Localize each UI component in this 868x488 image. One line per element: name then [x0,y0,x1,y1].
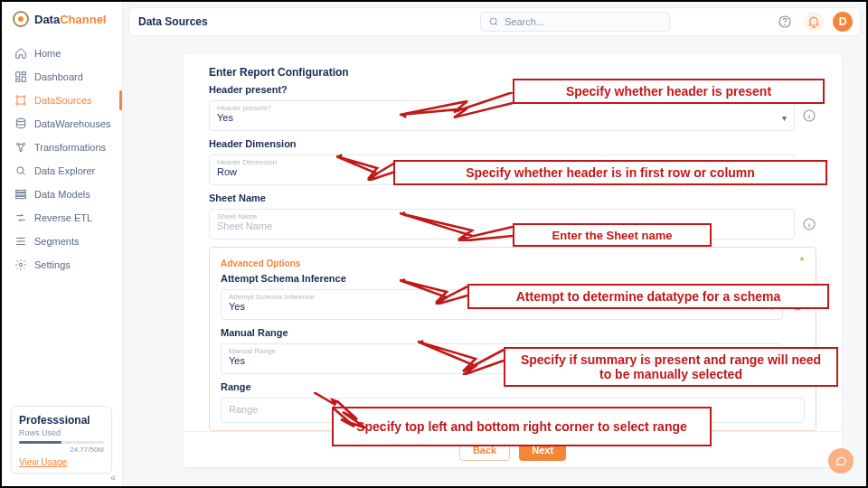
svg-rect-2 [22,77,25,81]
plan-name: Professsional [19,414,104,427]
avatar[interactable]: D [833,12,853,32]
info-icon[interactable] [802,108,816,123]
svg-rect-13 [16,190,26,192]
field-header-dimension: Header Dimension Header Dimension Row ▾ [209,138,816,185]
sidebar-item-transformations[interactable]: Transformations [2,136,122,159]
svg-point-16 [19,263,23,267]
svg-point-9 [16,143,18,145]
field-label: Manual Range [221,327,805,338]
field-schema-inference: Attempt Schema Inference Attempt Schema … [221,273,805,320]
brand: DataChannel [2,2,122,42]
field-label: Header Dimension [209,138,816,149]
svg-rect-14 [16,193,26,195]
manual-range-select[interactable]: Manual Range Yes ▾ [221,343,783,374]
sidebar-item-label: Transformations [34,142,106,153]
range-input[interactable]: Range [221,398,805,423]
field-manual-range: Manual Range Manual Range Yes ▾ [221,327,805,374]
field-label: Sheet Name [209,192,816,203]
field-sheet-name: Sheet Name Sheet Name Sheet Name [209,192,816,239]
dashboard-icon [14,70,27,83]
sidebar-item-label: Segments [34,236,80,247]
svg-point-19 [785,24,786,25]
sidebar-item-dataexplorer[interactable]: Data Explorer [2,159,122,183]
back-button[interactable]: Back [459,439,510,461]
sidebar-item-reverseetl[interactable]: Reverse ETL [2,206,122,230]
svg-point-8 [16,118,24,122]
sidebar-item-label: Data Models [34,189,90,200]
sheet-name-input[interactable]: Sheet Name Sheet Name [209,209,795,239]
sidebar-item-dashboard[interactable]: Dashboard [2,65,122,89]
advanced-title[interactable]: Advanced Options ˄ [221,257,805,269]
next-button[interactable]: Next [519,439,566,461]
svg-rect-0 [16,72,20,77]
schema-inference-select[interactable]: Attempt Schema Inference Yes ▾ [221,289,783,320]
sidebar-item-segments[interactable]: Segments [2,230,122,253]
svg-point-10 [23,143,24,145]
svg-point-17 [490,18,496,24]
collapse-icon[interactable]: « [110,472,116,483]
sidebar-item-label: Reverse ETL [34,212,92,223]
svg-point-12 [17,167,24,174]
svg-point-11 [20,149,22,151]
config-panel: Enter Report Configuration Header presen… [183,52,843,468]
svg-point-4 [16,96,18,98]
reverseetl-icon [14,211,27,224]
plan-count: 24.77/50M [19,446,104,454]
sidebar-item-label: Dashboard [34,71,83,82]
wizard-footer: Back Next [184,431,842,467]
search-placeholder: Search... [505,16,544,27]
brand-text: DataChannel [34,13,106,26]
search-input[interactable]: Search... [480,12,670,32]
sidebar: DataChannel Home Dashboard DataSources D… [2,2,123,486]
segments-icon [14,235,27,248]
sidebar-item-label: Home [34,48,61,59]
plan-sub: Rows Used [19,428,104,437]
topbar: Data Sources Search... D [128,7,861,36]
field-label: Header present? [209,84,816,95]
header-present-select[interactable]: Header present? Yes ▾ [209,100,795,131]
chevron-down-icon: ▾ [782,113,787,123]
view-usage-link[interactable]: View Usage [19,457,104,467]
info-icon[interactable] [790,297,805,312]
info-icon[interactable] [802,217,816,231]
sidebar-item-label: Data Explorer [34,165,95,176]
info-icon[interactable] [790,352,805,366]
sidebar-item-home[interactable]: Home [2,42,122,65]
section-title: Enter Report Configuration [209,66,816,79]
svg-rect-3 [16,79,20,81]
sidebar-item-settings[interactable]: Settings [2,253,122,277]
chat-icon[interactable] [828,448,854,474]
datasources-icon [14,94,27,107]
transform-icon [14,141,27,154]
explorer-icon [14,164,27,177]
home-icon [14,47,27,60]
sidebar-item-datawarehouses[interactable]: DataWarehouses [2,112,122,136]
header-dimension-select[interactable]: Header Dimension Row ▾ [209,155,795,185]
plan-card: Professsional Rows Used 24.77/50M View U… [11,406,112,474]
plan-bar [19,441,104,444]
sidebar-item-datamodels[interactable]: Data Models [2,183,122,206]
advanced-options: Advanced Options ˄ Attempt Schema Infere… [209,247,816,431]
search-icon [488,16,499,27]
help-icon[interactable] [775,12,795,32]
database-icon [14,117,27,130]
sidebar-nav: Home Dashboard DataSources DataWarehouse… [2,42,122,277]
chevron-down-icon: ▾ [782,167,787,177]
sidebar-item-datasources[interactable]: DataSources [2,89,122,112]
chevron-down-icon: ▾ [770,356,775,366]
svg-point-7 [24,103,25,105]
field-label: Range [221,381,805,392]
brand-logo-icon [13,11,29,27]
models-icon [14,188,27,201]
field-label: Attempt Schema Inference [221,273,805,284]
chevron-down-icon: ▾ [770,302,775,312]
svg-rect-15 [16,196,26,198]
chevron-up-icon: ˄ [799,257,805,269]
sidebar-item-label: DataSources [34,95,92,106]
gear-icon [14,258,27,271]
info-icon[interactable] [802,163,816,177]
bell-icon[interactable] [804,12,824,32]
field-header-present: Header present? Header present? Yes ▾ [209,84,816,131]
sidebar-item-label: Settings [34,259,71,270]
svg-point-6 [16,103,18,105]
